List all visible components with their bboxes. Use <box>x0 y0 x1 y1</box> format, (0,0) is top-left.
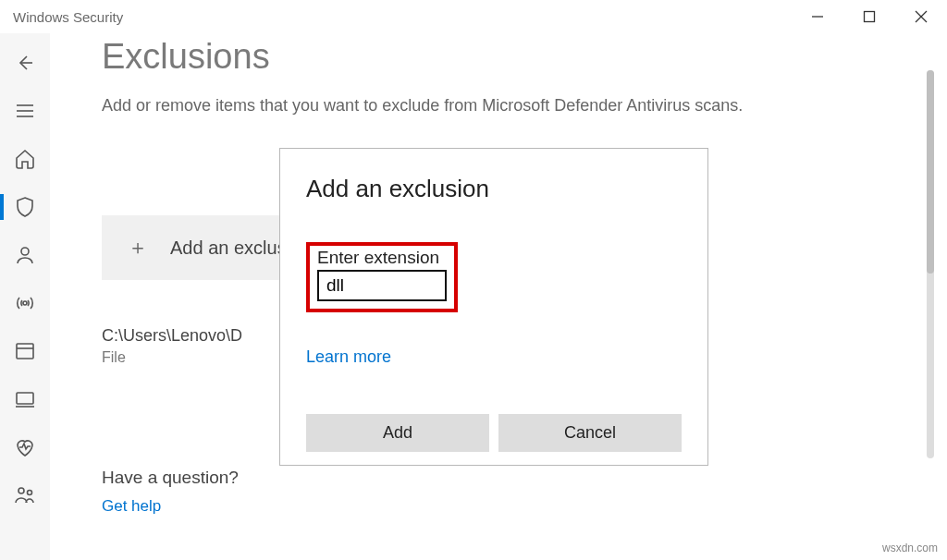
extension-input-group: Enter extension <box>306 242 458 312</box>
svg-point-7 <box>21 248 29 255</box>
window-controls <box>792 0 947 33</box>
watermark: wsxdn.com <box>882 542 938 554</box>
maximize-button[interactable] <box>843 0 895 33</box>
scrollbar[interactable] <box>927 70 934 458</box>
network-icon[interactable] <box>14 292 36 314</box>
svg-rect-1 <box>865 12 875 22</box>
shield-icon[interactable] <box>14 196 36 218</box>
scrollbar-thumb[interactable] <box>927 70 934 274</box>
learn-more-link[interactable]: Learn more <box>306 347 682 367</box>
svg-rect-9 <box>17 344 33 359</box>
add-button[interactable]: Add <box>306 414 489 452</box>
window-title: Windows Security <box>13 9 123 25</box>
back-icon[interactable] <box>14 52 36 74</box>
app-browser-icon[interactable] <box>14 340 36 362</box>
close-button[interactable] <box>895 0 947 33</box>
extension-input[interactable] <box>317 270 447 301</box>
cancel-button[interactable]: Cancel <box>498 414 682 452</box>
plus-icon: ＋ <box>128 234 148 262</box>
dialog-title: Add an exclusion <box>306 175 682 203</box>
heart-health-icon[interactable] <box>14 436 36 458</box>
add-exclusion-dialog: Add an exclusion Enter extension Learn m… <box>279 148 708 466</box>
svg-point-13 <box>18 488 24 493</box>
home-icon[interactable] <box>14 148 36 170</box>
extension-label: Enter extension <box>317 248 447 268</box>
menu-icon[interactable] <box>14 100 36 122</box>
titlebar: Windows Security <box>0 0 947 33</box>
svg-point-8 <box>23 301 27 305</box>
minimize-button[interactable] <box>792 0 843 33</box>
sidebar <box>0 33 50 560</box>
account-icon[interactable] <box>14 244 36 266</box>
page-title: Exclusions <box>102 37 884 77</box>
device-icon[interactable] <box>14 388 36 410</box>
page-description: Add or remove items that you want to exc… <box>102 93 823 117</box>
get-help-link[interactable]: Get help <box>102 497 884 516</box>
help-heading: Have a question? <box>102 468 884 488</box>
svg-point-14 <box>28 491 32 495</box>
family-icon[interactable] <box>14 484 36 506</box>
svg-rect-11 <box>17 393 33 404</box>
dialog-actions: Add Cancel <box>306 414 682 452</box>
help-section: Have a question? Get help <box>102 468 884 516</box>
